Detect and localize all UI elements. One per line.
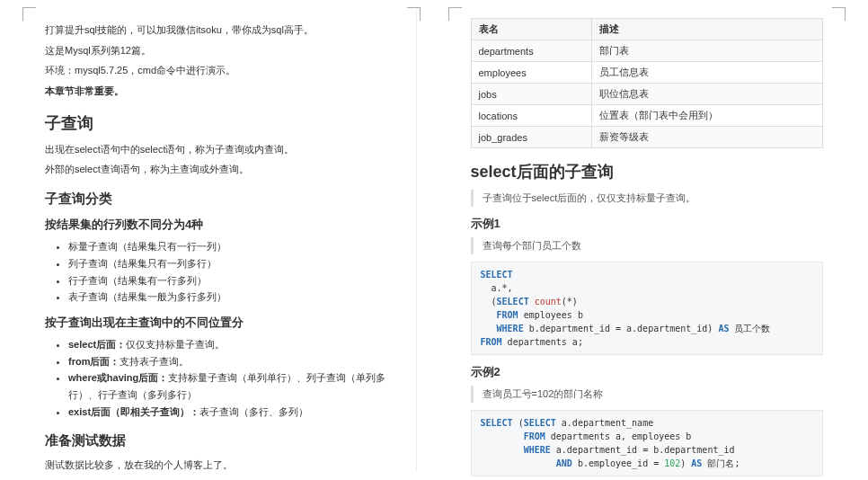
sub-p2: 外部的select查询语句，称为主查询或外查询。	[45, 161, 398, 178]
byresult-list: 标量子查询（结果集只有一行一列） 列子查询（结果集只有一列多行） 行子查询（结果…	[45, 238, 398, 306]
th-desc: 描述	[592, 19, 823, 40]
heading-ex2: 示例2	[471, 364, 824, 380]
table-cell: 部门表	[592, 40, 823, 62]
sub-p1: 出现在select语句中的select语句，称为子查询或内查询。	[45, 141, 398, 158]
bypos-list: select后面：仅仅支持标量子查询。 from后面：支持表子查询。 where…	[45, 336, 398, 420]
list-item: exist后面（即相关子查询）：表子查询（多行、多列）	[68, 404, 398, 421]
list-item: select后面：仅仅支持标量子查询。	[68, 336, 398, 353]
table-cell: 位置表（部门表中会用到）	[592, 105, 823, 127]
intro-1: 打算提升sql技能的，可以加我微信itsoku，带你成为sql高手。	[45, 22, 398, 39]
intro-3: 环境：mysql5.7.25，cmd命令中进行演示。	[45, 62, 398, 79]
table-cell: 员工信息表	[592, 62, 823, 84]
table-cell: 职位信息表	[592, 84, 823, 105]
list-item: 行子查询（结果集有一行多列）	[68, 272, 398, 289]
heading-ex1: 示例1	[471, 216, 824, 232]
table-cell: employees	[471, 62, 592, 84]
heading-subquery: 子查询	[45, 112, 398, 134]
heading-byresult: 按结果集的行列数不同分为4种	[45, 217, 398, 233]
intro-4: 本章节非常重要。	[45, 83, 398, 100]
select-sub-quote: 子查询位于select后面的，仅仅支持标量子查询。	[471, 190, 824, 207]
heading-testdata: 准备测试数据	[45, 432, 398, 449]
table-row: departments部门表	[471, 40, 823, 62]
list-item: 标量子查询（结果集只有一行一列）	[68, 238, 398, 255]
list-item: where或having后面：支持标量子查询（单列单行）、列子查询（单列多行）、…	[68, 369, 398, 403]
code-block-1: SELECT a.*, (SELECT count(*) FROM employ…	[471, 262, 824, 355]
code-block-2: SELECT (SELECT a.department_name FROM de…	[471, 410, 824, 476]
table-row: jobs职位信息表	[471, 84, 823, 105]
table-cell: 薪资等级表	[592, 127, 823, 148]
table-cell: locations	[471, 105, 592, 127]
heading-select-sub: select后面的子查询	[471, 161, 824, 182]
table-row: locations位置表（部门表中会用到）	[471, 105, 823, 127]
th-name: 表名	[471, 19, 592, 40]
table-row: employees员工信息表	[471, 62, 823, 84]
ex1-quote: 查询每个部门员工个数	[471, 237, 824, 254]
heading-bypos: 按子查询出现在主查询中的不同位置分	[45, 315, 398, 331]
table-cell: jobs	[471, 84, 592, 105]
tables-info-table: 表名 描述 departments部门表employees员工信息表jobs职位…	[471, 18, 824, 148]
td-p1: 测试数据比较多，放在我的个人博客上了。	[45, 457, 398, 474]
table-row: job_grades薪资等级表	[471, 127, 823, 148]
list-item: 列子查询（结果集只有一列多行）	[68, 255, 398, 272]
table-cell: departments	[471, 40, 592, 62]
list-item: 表子查询（结果集一般为多行多列）	[68, 289, 398, 306]
heading-types: 子查询分类	[45, 191, 398, 208]
intro-2: 这是Mysql系列第12篇。	[45, 42, 398, 59]
table-cell: job_grades	[471, 127, 592, 148]
list-item: from后面：支持表子查询。	[68, 353, 398, 370]
ex2-quote: 查询员工号=102的部门名称	[471, 386, 824, 403]
